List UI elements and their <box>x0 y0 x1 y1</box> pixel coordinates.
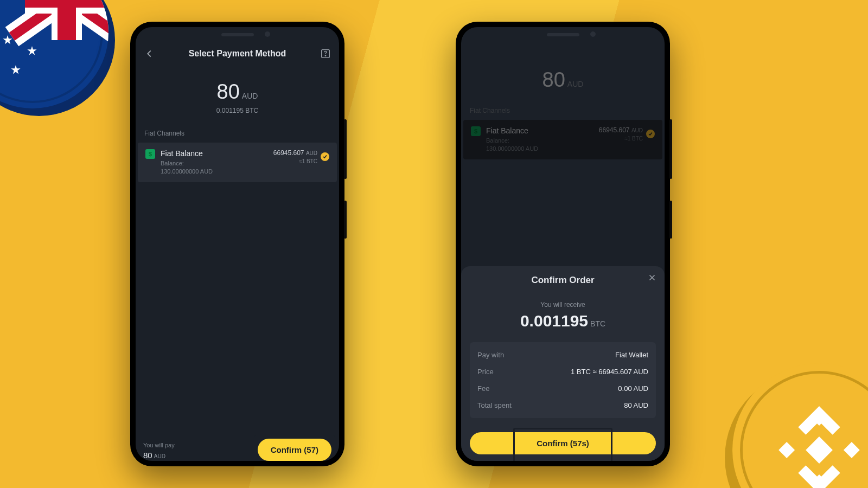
amount-display: 80AUD <box>461 53 665 95</box>
confirm-button[interactable]: Confirm (57) <box>258 439 331 461</box>
close-icon[interactable] <box>647 273 657 282</box>
amount-sub: 0.001195 BTC <box>136 107 339 114</box>
channel-rate: 66945.607 <box>273 149 304 157</box>
check-icon <box>646 130 655 138</box>
au-flag-coin <box>0 0 108 108</box>
footer-pay-amount: 80 <box>143 451 152 460</box>
channel-name: Fiat Balance <box>161 149 268 158</box>
channel-name: Fiat Balance <box>486 126 593 135</box>
phone-left: Select Payment Method 80AUD 0.001195 BTC… <box>130 22 344 466</box>
svg-rect-0 <box>811 409 827 426</box>
channel-balance-value: 130.00000000 AUD <box>161 168 213 175</box>
svg-rect-4 <box>806 436 833 464</box>
channel-per: ≈1 BTC <box>273 158 317 165</box>
section-label: Fiat Channels <box>136 118 339 143</box>
receive-label: You will receive <box>470 301 656 309</box>
channel-rate-cur: AUD <box>306 150 317 156</box>
confirm-order-sheet: Confirm Order You will receive 0.001195B… <box>461 266 665 461</box>
cash-icon: $ <box>145 149 155 159</box>
svg-rect-3 <box>844 442 860 458</box>
fiat-balance-channel: $ Fiat Balance Balance: 130.00000000 AUD… <box>463 120 662 159</box>
receive-unit: BTC <box>590 319 605 328</box>
binance-coin <box>732 363 868 488</box>
svg-rect-2 <box>778 442 795 458</box>
check-icon <box>321 152 329 161</box>
amount-display: 80AUD 0.001195 BTC <box>136 65 339 118</box>
order-summary: Pay withFiat Wallet Price1 BTC ≈ 66945.6… <box>470 342 656 418</box>
cash-icon: $ <box>471 126 481 136</box>
footer-pay-label: You will pay <box>143 441 175 450</box>
amount-currency: AUD <box>567 80 584 88</box>
fiat-balance-channel[interactable]: $ Fiat Balance Balance: 130.00000000 AUD… <box>138 143 337 182</box>
sheet-title: Confirm Order <box>470 275 656 286</box>
amount-value: 80 <box>542 68 565 92</box>
svg-rect-1 <box>811 474 827 488</box>
footer-pay-currency: AUD <box>154 453 165 459</box>
channel-balance-label: Balance: <box>161 160 184 166</box>
section-label: Fiat Channels <box>461 95 665 120</box>
confirm-button[interactable]: Confirm (57s) <box>470 432 656 454</box>
receive-amount: 0.001195 <box>520 312 588 330</box>
phone-right: 80AUD Fiat Channels $ Fiat Balance Balan… <box>456 22 670 466</box>
amount-currency: AUD <box>242 92 258 100</box>
page-title: Select Payment Method <box>155 49 320 59</box>
help-icon[interactable] <box>320 48 331 60</box>
svg-point-6 <box>325 55 326 56</box>
back-icon[interactable] <box>143 48 155 60</box>
amount-value: 80 <box>217 80 240 104</box>
